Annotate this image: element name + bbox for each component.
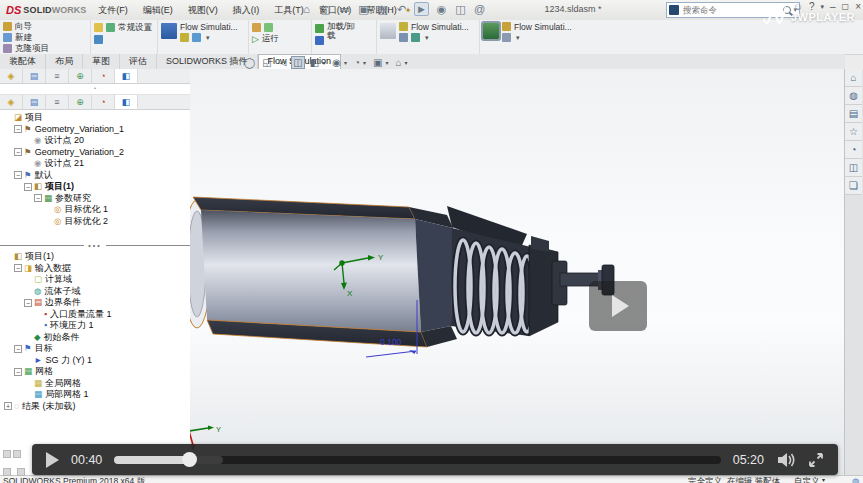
tree-expander-icon[interactable]: − xyxy=(14,125,22,133)
tree-item-design-point[interactable]: ◉设计点 21 xyxy=(0,158,190,170)
view-palette-icon[interactable]: ☆ xyxy=(845,123,862,141)
flow-simulation-dropdown-3[interactable]: Flow Simulati... ▾ xyxy=(502,21,572,43)
tree-expander-icon[interactable]: + xyxy=(4,402,12,410)
section-view-icon[interactable]: ◫ xyxy=(292,57,303,68)
property-manager-icon[interactable]: ▤ xyxy=(23,95,46,109)
print-icon[interactable]: ▤ xyxy=(376,3,389,16)
display-manager-icon[interactable]: ◔ xyxy=(92,69,115,83)
tab-1[interactable]: 布局 xyxy=(46,54,83,69)
previous-view-icon[interactable]: ◅ xyxy=(278,57,288,68)
menu-item-1[interactable]: 编辑(E) xyxy=(141,3,175,18)
appearances-icon[interactable]: ◔ xyxy=(845,141,862,159)
fullscreen-button[interactable] xyxy=(808,452,824,468)
tree-expander-icon[interactable]: − xyxy=(14,171,22,179)
options-icon[interactable]: ◉ xyxy=(435,3,448,16)
custom-properties-icon[interactable]: ◫ xyxy=(845,159,862,177)
undo-icon[interactable]: ↶ xyxy=(395,3,408,16)
tree-item-goal-optimization[interactable]: ◎目标优化 2 xyxy=(0,216,190,228)
configuration-manager-icon[interactable]: ≡ xyxy=(46,95,69,109)
tree-item-variation[interactable]: −⚑Geometry_Variation_1 xyxy=(0,124,190,136)
chevron-down-icon[interactable]: ▾ xyxy=(822,476,825,483)
new-document-icon[interactable]: ▢ xyxy=(319,3,332,16)
mention-icon[interactable]: @ xyxy=(473,3,486,15)
fluid-settings-icon[interactable] xyxy=(94,35,103,44)
tree-item-design-point[interactable]: ◉设计点 20 xyxy=(0,135,190,147)
globe-icon[interactable]: ◍ xyxy=(852,476,859,483)
tree-item-computational-domain[interactable]: ▢计算域 xyxy=(0,274,190,286)
results-tools-icon[interactable] xyxy=(380,23,396,39)
tree-item-project[interactable]: ◪项目 xyxy=(0,112,190,124)
play-button[interactable] xyxy=(46,452,59,468)
tree-item-flow-project[interactable]: ◧项目(1) xyxy=(0,251,190,263)
load-unload-button[interactable]: 加载/卸载 xyxy=(315,21,363,45)
tree-item-global-mesh[interactable]: ▦全局网格 xyxy=(0,378,190,390)
tree-item-environment-pressure[interactable]: ▪环境压力 1 xyxy=(0,320,190,332)
dimxpert-manager-icon[interactable]: ⊕ xyxy=(69,95,92,109)
select-icon[interactable]: ► xyxy=(414,2,429,16)
menu-item-2[interactable]: 视图(V) xyxy=(186,3,220,18)
configuration-manager-icon[interactable]: ≡ xyxy=(46,69,69,83)
tab-3[interactable]: 评估 xyxy=(120,54,157,69)
property-manager-icon[interactable]: ▤ xyxy=(23,69,46,83)
forum-icon[interactable]: ❏ xyxy=(845,177,862,195)
tree-expander-icon[interactable]: − xyxy=(24,183,32,191)
wizard-button[interactable]: 向导 xyxy=(3,21,49,32)
new-project-button[interactable]: 新建 xyxy=(3,32,49,43)
pane-splitter-top[interactable]: • xyxy=(0,84,190,95)
scene-icon[interactable]: ▣▾ xyxy=(372,57,389,68)
zoom-fit-icon[interactable]: ◯ xyxy=(243,57,256,68)
tree-expander-icon[interactable]: − xyxy=(14,264,22,272)
flow-simulation-dropdown-1[interactable]: Flow Simulati... ▾ xyxy=(180,21,238,43)
zoom-area-icon[interactable]: ◱ xyxy=(261,57,272,68)
tab-0[interactable]: 装配体 xyxy=(0,54,46,69)
flow-simulation-tree-icon[interactable]: ◧ xyxy=(115,69,138,83)
tree-item-mesh[interactable]: −▦网格 xyxy=(0,366,190,378)
tree-item-variation[interactable]: −⚑Geometry_Variation_2 xyxy=(0,147,190,159)
tree-item-input-data[interactable]: −◨输入数据 xyxy=(0,263,190,275)
design-library-icon[interactable]: ◍ xyxy=(845,87,862,105)
tab-2[interactable]: 草图 xyxy=(83,54,120,69)
clone-project-button[interactable]: 克隆项目 xyxy=(3,43,49,54)
tree-item-default-config[interactable]: −⚑默认 xyxy=(0,170,190,182)
tree-item-goals[interactable]: −⚑目标 xyxy=(0,343,190,355)
home-icon[interactable]: ⌂ xyxy=(845,69,862,87)
tree-expander-icon[interactable]: − xyxy=(34,194,42,202)
menu-item-3[interactable]: 插入(I) xyxy=(231,3,262,18)
tree-expander-icon[interactable]: − xyxy=(14,368,22,376)
menu-item-0[interactable]: 文件(F) xyxy=(96,3,130,18)
tree-expander-icon[interactable]: − xyxy=(14,345,22,353)
open-icon[interactable]: ▭ xyxy=(338,3,351,16)
display-manager-icon[interactable]: ◔ xyxy=(92,95,115,109)
view-settings-icon[interactable]: ⌂▾ xyxy=(395,57,409,68)
volume-button[interactable] xyxy=(776,452,796,468)
flow-simulation-project-icon[interactable] xyxy=(161,23,177,39)
close-button[interactable]: × xyxy=(855,1,861,12)
save-icon[interactable]: ▣ xyxy=(357,3,370,16)
run-button[interactable]: ▷运行 xyxy=(252,21,279,44)
feature-manager-icon[interactable]: ◈ xyxy=(0,69,23,83)
tree-item-inlet-mass-flow[interactable]: ▪入口质量流量 1 xyxy=(0,309,190,321)
tree-item-sg-force[interactable]: ►SG 力 (Y) 1 xyxy=(0,355,190,367)
display-pane-icon[interactable]: ◫ xyxy=(454,3,467,16)
status-custom-dropdown[interactable]: 自定义 xyxy=(794,476,820,483)
graphics-area[interactable]: Y X 0.100 Y xyxy=(190,69,845,475)
file-explorer-icon[interactable]: ▤ xyxy=(845,105,862,123)
dimxpert-manager-icon[interactable]: ⊕ xyxy=(69,69,92,83)
display-style-icon[interactable]: ◧▾ xyxy=(309,57,326,68)
feature-manager-icon[interactable]: ◈ xyxy=(0,95,23,109)
video-play-overlay-button[interactable] xyxy=(589,281,647,331)
tree-expander-icon[interactable]: − xyxy=(24,299,32,307)
flow-simulation-tree-icon[interactable]: ◧ xyxy=(115,95,138,109)
seek-knob[interactable] xyxy=(182,452,197,467)
tree-item-initial-conditions[interactable]: ◆初始条件 xyxy=(0,332,190,344)
tree-item-flow-project[interactable]: −◧项目(1) xyxy=(0,181,190,193)
flow-simulation-dropdown-2[interactable]: Flow Simulati... ▾ xyxy=(399,21,469,43)
home-icon[interactable]: ⌂ xyxy=(300,3,313,15)
hide-show-icon[interactable]: ◉▾ xyxy=(331,57,348,68)
tree-item-fluid-subdomain[interactable]: ◍流体子域 xyxy=(0,286,190,298)
general-settings-button[interactable]: 常规设置 xyxy=(106,21,154,32)
gas-settings-icon[interactable] xyxy=(94,23,103,32)
seek-bar[interactable] xyxy=(114,456,720,464)
active-tool-icon[interactable] xyxy=(483,23,499,39)
tree-item-results[interactable]: +◌结果 (未加载) xyxy=(0,401,190,413)
